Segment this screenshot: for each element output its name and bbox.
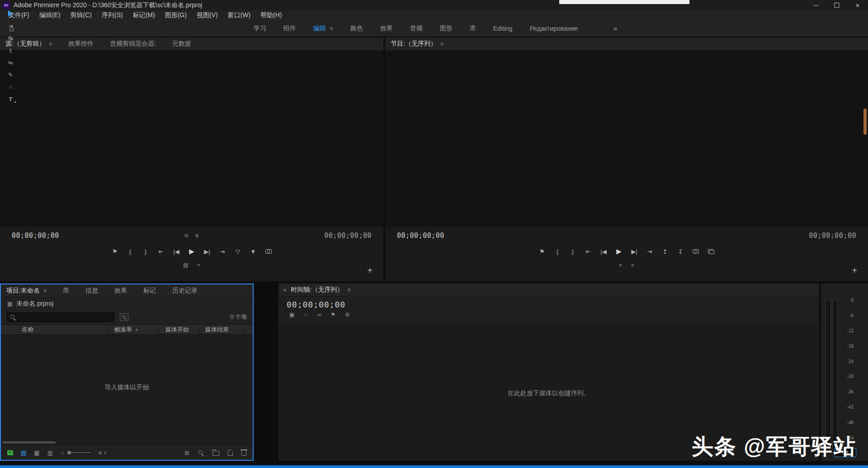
pen-tool[interactable]: ✎ <box>7 71 15 78</box>
timeline-settings-icon[interactable]: ⚙ <box>345 312 350 318</box>
hand-tool[interactable]: ☝ <box>7 83 15 90</box>
column-media-end[interactable]: 媒体结束 <box>199 325 244 334</box>
comparison-view-button[interactable] <box>707 249 715 254</box>
add-marker-icon[interactable]: ⚑ <box>331 312 336 318</box>
tab-timeline[interactable]: 时间轴:（无序列） ≡ <box>291 286 351 294</box>
track-select-tool[interactable]: ⇥ <box>7 22 15 29</box>
icon-view-button[interactable]: ▦ <box>34 449 39 456</box>
automate-to-sequence-button[interactable]: ⊞ <box>184 449 189 456</box>
new-item-button[interactable] <box>228 450 233 456</box>
type-tool[interactable]: T <box>7 95 15 103</box>
workspace-tab-assembly[interactable]: 组件 <box>276 24 303 33</box>
zoom-slider-thumb[interactable] <box>67 451 71 454</box>
zoom-level-icon[interactable]: ⊡ <box>185 232 188 239</box>
overwrite-button[interactable]: ▼ <box>249 248 257 255</box>
sort-icons-button[interactable]: ≡ ∨ <box>99 449 107 456</box>
lift-button[interactable]: ↥ <box>661 248 669 255</box>
workspace-tab-color[interactable]: 颜色 <box>343 24 370 33</box>
close-button[interactable]: × <box>847 0 868 10</box>
menu-markers[interactable]: 标记(M) <box>128 11 160 19</box>
button-editor-button[interactable]: + <box>852 265 857 276</box>
panel-menu-icon[interactable]: ≡ <box>440 41 443 47</box>
tab-program[interactable]: 节目:（无序列） ≡ <box>391 40 443 48</box>
mark-out-button[interactable]: } <box>569 248 577 255</box>
scrollbar-thumb[interactable] <box>2 441 56 444</box>
tab-project[interactable]: 项目:未命名 ≡ <box>6 287 47 295</box>
workspace-tab-audio[interactable]: 音频 <box>403 24 430 33</box>
menu-edit[interactable]: 编辑(E) <box>34 11 66 19</box>
go-to-out-button[interactable]: ⇥ <box>218 248 226 255</box>
tab-effects[interactable]: 效果 <box>114 287 127 295</box>
drag-video-icon[interactable]: ▤ <box>183 262 188 268</box>
workspace-tab-editing-ru[interactable]: Редактирование <box>523 25 585 32</box>
insert-button[interactable]: ▽ <box>234 248 242 255</box>
step-back-button[interactable]: |◀ <box>599 248 608 255</box>
column-media-start[interactable]: 媒体开始 <box>158 325 199 334</box>
step-forward-button[interactable]: ▶| <box>203 248 211 255</box>
program-timecode-current[interactable]: 00;00;00;00 <box>397 232 444 240</box>
program-viewer[interactable] <box>385 51 868 227</box>
tab-effect-controls[interactable]: 效果控件 <box>68 40 94 48</box>
step-forward-button[interactable]: ▶| <box>630 248 638 255</box>
column-name[interactable]: 名称 <box>1 325 108 334</box>
zoom-slider-track[interactable] <box>67 452 91 453</box>
workspace-tab-editing-en[interactable]: Editing <box>486 25 520 32</box>
export-frame-button[interactable] <box>264 249 273 254</box>
linked-selection-icon[interactable]: ∞ <box>317 312 321 318</box>
play-button[interactable]: ▶ <box>188 247 196 255</box>
menu-help[interactable]: 帮助(H) <box>255 11 287 19</box>
tab-history[interactable]: 历史记录 <box>172 287 198 295</box>
go-to-out-button[interactable]: ⇥ <box>646 248 654 255</box>
panel-menu-icon[interactable]: ≡ <box>49 41 52 47</box>
source-viewer[interactable] <box>0 51 383 227</box>
secondary-left-icon[interactable]: « <box>619 262 622 268</box>
workspace-menu-icon[interactable]: ≡ <box>330 25 333 32</box>
menu-graphics[interactable]: 图形(G) <box>160 11 192 19</box>
new-search-bin-icon[interactable] <box>120 313 128 321</box>
mark-in-button[interactable]: { <box>126 248 134 255</box>
tab-audio-clip-mixer[interactable]: 音频剪辑混合器: <box>110 40 156 48</box>
menu-clip[interactable]: 剪辑(C) <box>66 11 97 19</box>
workspace-tab-learning[interactable]: 学习 <box>246 24 274 33</box>
panel-menu-icon[interactable]: ≡ <box>43 288 47 294</box>
snap-magnet-icon[interactable]: ∩ <box>304 312 308 318</box>
mark-in-button[interactable]: { <box>553 248 561 255</box>
zoom-slider[interactable]: ○ <box>61 449 91 456</box>
list-view-button[interactable]: ▤ <box>21 449 26 456</box>
workspace-tab-graphics[interactable]: 图形 <box>433 24 460 33</box>
timeline-timecode[interactable]: 00;00;00;00 <box>287 300 819 309</box>
tab-metadata[interactable]: 元数据 <box>172 40 191 48</box>
timeline-close-button[interactable]: × <box>283 287 287 293</box>
new-bin-button[interactable] <box>212 451 219 456</box>
razor-tool[interactable]: ✂ <box>7 47 15 54</box>
search-input[interactable] <box>19 314 111 321</box>
menu-sequence[interactable]: 序列(S) <box>97 11 128 19</box>
project-writable-icon[interactable] <box>7 450 13 455</box>
play-button[interactable]: ▶ <box>615 247 623 255</box>
workspace-overflow-icon[interactable]: » <box>609 24 622 33</box>
menu-window[interactable]: 窗口(W) <box>223 11 256 19</box>
horizontal-scrollbar[interactable] <box>1 440 253 445</box>
step-back-button[interactable]: |◀ <box>172 248 180 255</box>
tab-info[interactable]: 信息 <box>85 287 98 295</box>
add-marker-button[interactable]: ⚑ <box>111 248 119 255</box>
workspace-tab-editing[interactable]: 编辑 ≡ <box>306 24 340 33</box>
minimize-button[interactable]: ─ <box>806 0 826 10</box>
export-frame-button[interactable] <box>692 249 700 254</box>
source-timecode-current[interactable]: 00;00;00;00 <box>12 232 59 240</box>
maximize-button[interactable]: ☐ <box>826 0 847 10</box>
drag-audio-icon[interactable]: ≈ <box>197 262 200 268</box>
find-button[interactable] <box>198 450 204 456</box>
slip-tool[interactable]: ⇋ <box>7 59 15 66</box>
button-editor-button[interactable]: + <box>367 265 373 276</box>
monitor-settings-icon[interactable]: ⚙ <box>195 232 198 239</box>
project-media-area[interactable]: 导入媒体以开始 <box>1 335 253 440</box>
tab-libraries[interactable]: 库 <box>63 287 69 295</box>
mark-out-button[interactable]: } <box>142 248 150 255</box>
freeform-view-button[interactable]: ▥ <box>47 449 53 456</box>
menu-view[interactable]: 视图(V) <box>192 11 223 19</box>
ripple-edit-tool[interactable]: ↹ <box>7 34 15 42</box>
panel-menu-icon[interactable]: ≡ <box>347 287 350 293</box>
secondary-right-icon[interactable]: » <box>631 262 634 268</box>
nest-toggle-icon[interactable]: ▣ <box>289 312 294 318</box>
